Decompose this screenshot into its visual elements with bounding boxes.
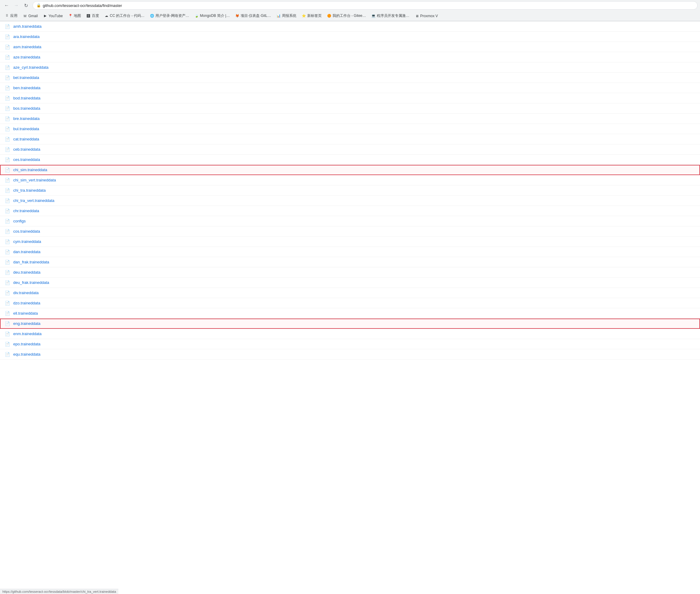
- file-row[interactable]: 📄bre.traineddata: [0, 113, 700, 124]
- file-link[interactable]: cat.traineddata: [13, 137, 39, 141]
- file-link[interactable]: ell.traineddata: [13, 311, 38, 316]
- file-row[interactable]: 📄aze.traineddata: [0, 52, 700, 62]
- bookmark-mongodb[interactable]: 🍃MongoDB 简介 |…: [192, 12, 232, 20]
- file-link[interactable]: ben.traineddata: [13, 86, 40, 90]
- file-icon: 📄: [5, 321, 11, 326]
- file-row[interactable]: 📄cos.traineddata: [0, 226, 700, 237]
- file-link[interactable]: chi_tra_vert.traineddata: [13, 198, 55, 203]
- file-row[interactable]: 📄deu_frak.traineddata: [0, 277, 700, 288]
- bookmark-baidu[interactable]: 🅱百度: [84, 12, 102, 20]
- file-link[interactable]: equ.traineddata: [13, 352, 40, 357]
- file-row[interactable]: 📄chi_sim.traineddata: [0, 165, 700, 175]
- file-row[interactable]: 📄chr.traineddata: [0, 206, 700, 216]
- file-row[interactable]: 📄asm.traineddata: [0, 42, 700, 52]
- file-link[interactable]: aze.traineddata: [13, 55, 40, 59]
- bookmark-maps[interactable]: 📍地图: [66, 12, 83, 20]
- file-row[interactable]: 📄chi_sim_vert.traineddata: [0, 175, 700, 185]
- bookmark-label-gmail: Gmail: [28, 14, 38, 18]
- forward-button[interactable]: →: [12, 1, 21, 10]
- bookmark-icon-dev: 💻: [372, 14, 376, 18]
- file-link[interactable]: epo.traineddata: [13, 342, 40, 346]
- file-row[interactable]: 📄bul.traineddata: [0, 124, 700, 134]
- address-bar[interactable]: 🔒 github.com/tesseract-ocr/tessdata/find…: [33, 1, 698, 10]
- file-link[interactable]: dan.traineddata: [13, 250, 40, 254]
- file-row[interactable]: 📄deu.traineddata: [0, 267, 700, 277]
- bookmark-youtube[interactable]: ▶YouTube: [41, 13, 65, 19]
- file-row[interactable]: 📄chi_tra_vert.traineddata: [0, 196, 700, 206]
- file-row[interactable]: 📄chi_tra.traineddata: [0, 185, 700, 196]
- bookmark-proxmox[interactable]: 🖥Proxmox V: [412, 13, 441, 19]
- file-link[interactable]: ara.traineddata: [13, 34, 39, 39]
- file-link[interactable]: eng.traineddata: [13, 321, 40, 326]
- file-row[interactable]: 📄ceb.traineddata: [0, 144, 700, 155]
- file-icon: 📄: [5, 301, 11, 306]
- file-link[interactable]: aze_cyrl.traineddata: [13, 65, 48, 70]
- bookmark-gmail[interactable]: MGmail: [21, 13, 40, 19]
- file-icon: 📄: [5, 147, 11, 152]
- file-link[interactable]: amh.traineddata: [13, 24, 42, 29]
- file-icon: 📄: [5, 219, 11, 224]
- file-link[interactable]: asm.traineddata: [13, 44, 41, 49]
- file-link[interactable]: div.traineddata: [13, 291, 39, 295]
- bookmark-report[interactable]: 📊周报系统: [274, 12, 299, 20]
- file-row[interactable]: 📄configs: [0, 216, 700, 226]
- file-link[interactable]: deu.traineddata: [13, 270, 40, 274]
- file-link[interactable]: ceb.traineddata: [13, 147, 40, 152]
- bookmark-dev[interactable]: 💻程序员开发专属激…: [369, 12, 412, 20]
- file-list: 📄amh.traineddata📄ara.traineddata📄asm.tra…: [0, 22, 700, 360]
- bookmark-project[interactable]: 🦊项目·仪表盘·GitL…: [233, 12, 274, 20]
- file-row[interactable]: 📄epo.traineddata: [0, 339, 700, 349]
- file-icon: 📄: [5, 24, 11, 29]
- file-icon: 📄: [5, 86, 11, 90]
- file-link[interactable]: chr.traineddata: [13, 208, 39, 213]
- file-icon: 📄: [5, 311, 11, 316]
- bookmark-icon-cc-work: ☁: [105, 14, 109, 18]
- file-row[interactable]: 📄ben.traineddata: [0, 83, 700, 93]
- file-link[interactable]: cos.traineddata: [13, 229, 40, 234]
- file-row[interactable]: 📄ces.traineddata: [0, 155, 700, 165]
- file-link[interactable]: enm.traineddata: [13, 331, 42, 336]
- file-row[interactable]: 📄div.traineddata: [0, 288, 700, 298]
- file-link[interactable]: chi_sim_vert.traineddata: [13, 178, 56, 182]
- file-link[interactable]: deu_frak.traineddata: [13, 280, 49, 285]
- file-link[interactable]: bos.traineddata: [13, 106, 40, 110]
- file-row[interactable]: 📄amh.traineddata: [0, 22, 700, 32]
- file-row[interactable]: 📄equ.traineddata: [0, 349, 700, 360]
- file-link[interactable]: bul.traineddata: [13, 127, 39, 131]
- file-row[interactable]: 📄dan.traineddata: [0, 247, 700, 257]
- bookmark-my-work[interactable]: 🟠我的工作台 - Gitee…: [325, 12, 369, 20]
- file-row[interactable]: 📄ara.traineddata: [0, 32, 700, 42]
- file-link[interactable]: ces.traineddata: [13, 157, 40, 162]
- file-row[interactable]: 📄bel.traineddata: [0, 73, 700, 83]
- bookmark-icon-project: 🦊: [235, 14, 240, 18]
- file-link[interactable]: configs: [13, 219, 26, 223]
- file-link[interactable]: chi_sim.traineddata: [13, 168, 47, 172]
- file-link[interactable]: bre.traineddata: [13, 116, 39, 121]
- bookmark-label-proxmox: Proxmox V: [420, 14, 438, 18]
- bookmarks-bar: ⠿应用MGmail▶YouTube📍地图🅱百度☁CC 的工作台 - 代码…🌐用户…: [0, 11, 700, 21]
- bookmark-user-login[interactable]: 🌐用户登录-网络资产…: [148, 12, 191, 20]
- file-link[interactable]: dzo.traineddata: [13, 301, 40, 305]
- file-row[interactable]: 📄enm.traineddata: [0, 329, 700, 339]
- file-link[interactable]: cym.traineddata: [13, 239, 41, 244]
- file-link[interactable]: bel.traineddata: [13, 75, 39, 80]
- file-row[interactable]: 📄dan_frak.traineddata: [0, 257, 700, 267]
- file-link[interactable]: chi_tra.traineddata: [13, 188, 46, 193]
- file-link[interactable]: bod.traineddata: [13, 96, 40, 100]
- browser-chrome: ← → ↻ 🔒 github.com/tesseract-ocr/tessdat…: [0, 0, 700, 22]
- bookmark-icon-my-work: 🟠: [327, 14, 331, 18]
- back-button[interactable]: ←: [2, 1, 11, 10]
- bookmark-apps[interactable]: ⠿应用: [2, 12, 20, 20]
- file-row[interactable]: 📄cym.traineddata: [0, 237, 700, 247]
- file-row[interactable]: 📄bod.traineddata: [0, 93, 700, 103]
- file-link[interactable]: dan_frak.traineddata: [13, 260, 49, 264]
- bookmark-cc-work[interactable]: ☁CC 的工作台 - 代码…: [102, 12, 147, 20]
- file-row[interactable]: 📄dzo.traineddata: [0, 298, 700, 308]
- file-row[interactable]: 📄aze_cyrl.traineddata: [0, 62, 700, 73]
- file-row[interactable]: 📄cat.traineddata: [0, 134, 700, 144]
- file-row[interactable]: 📄bos.traineddata: [0, 103, 700, 113]
- file-row[interactable]: 📄eng.traineddata: [0, 319, 700, 329]
- file-row[interactable]: 📄ell.traineddata: [0, 308, 700, 319]
- bookmark-new-tab[interactable]: ⭐新标签页: [300, 12, 324, 20]
- reload-button[interactable]: ↻: [22, 1, 30, 10]
